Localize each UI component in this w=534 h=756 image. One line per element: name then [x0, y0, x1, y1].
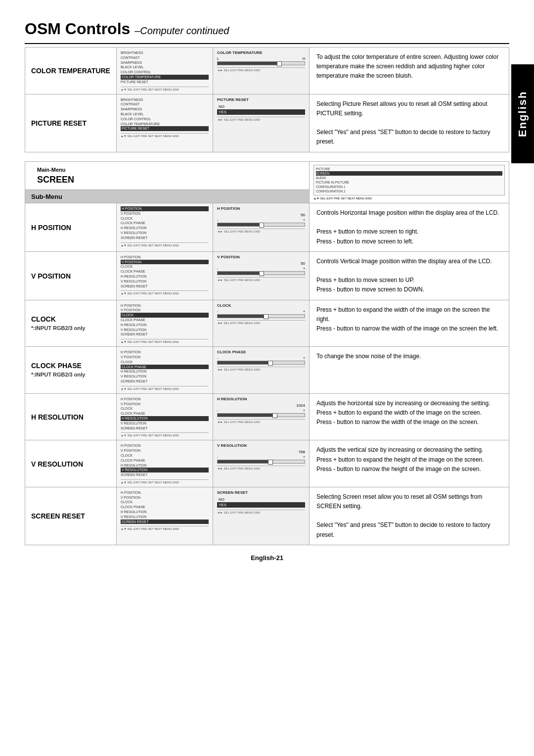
option-yes: YES [217, 109, 305, 115]
slider-minus: - [217, 267, 218, 270]
hp-menu-hpos-hl: H POSITION [121, 206, 209, 211]
menu-item-brightness: BRIGHTNESS [121, 50, 209, 55]
slider-plus: + [303, 310, 305, 313]
slider-minus: - [217, 218, 218, 222]
color-temp-slider-title: COLOR TEMPERATURE [217, 50, 305, 55]
hp-menu-vpos: V POSITION [121, 211, 209, 216]
screen-header-left: Main-Menu SCREEN [25, 161, 310, 190]
cl-menu-screen-reset: SCREEN RESET [121, 332, 209, 337]
clock-phase-desc: To change the snow noise of the image. [310, 347, 509, 394]
sr-menu-screen-reset-hl: SCREEN RESET [121, 520, 209, 524]
vp-menu-hpos: H POSITION [121, 255, 209, 260]
clock-slider-track [217, 314, 305, 318]
screen-main-header-row: Main-Menu SCREEN PICTURE SCREEN AUDIO PI… [25, 161, 509, 190]
clock-note: *:INPUT RGB2/3 only [31, 325, 85, 331]
color-temp-menu-cell: BRIGHTNESS CONTRAST SHARPNESS BLACK LEVE… [117, 47, 213, 94]
v-position-slider-fill [218, 272, 261, 275]
screen-reset-slider-cell: SCREEN RESET NO YES ◄► SEL EXIT PRE MENU… [213, 487, 310, 545]
hr-menu-hpos: H POSITION [121, 397, 209, 402]
clock-phase-label: CLOCK PHASE *:INPUT RGB2/3 only [25, 347, 117, 394]
cl-menu-vres: V RESOLUTION [121, 328, 209, 332]
pr-menu-black-level: BLACK LEVEL [121, 112, 209, 117]
vr-menu-clock: CLOCK [121, 453, 209, 458]
color-temp-menu-list: BRIGHTNESS CONTRAST SHARPNESS BLACK LEVE… [121, 50, 209, 85]
vp-menu-vres: V RESOLUTION [121, 279, 209, 284]
hp-menu-clock: CLOCK [121, 216, 209, 221]
pr-menu-sharpness: SHARPNESS [121, 107, 209, 112]
clock-label: CLOCK *:INPUT RGB2/3 only [25, 300, 117, 347]
hr-menu-vres: V RESOLUTION [121, 421, 209, 426]
picture-reset-nav: ▲▼ SEL EXIT PRE SET NEXT MENU END [121, 133, 209, 138]
clock-slider-thumb [264, 314, 268, 319]
slider-plus: + [303, 218, 305, 222]
screen-osm-menu: PICTURE SCREEN AUDIO PICTURE IN PICTURE … [313, 165, 505, 196]
picture-reset-no-yes: NO YES [217, 104, 305, 115]
clock-phase-slider-title: CLOCK PHASE [217, 350, 305, 354]
v-position-menu-cell: H POSITION V POSITION CLOCK CLOCK PHASE … [117, 251, 213, 300]
slider-plus: + [303, 356, 305, 360]
hp-menu-vres: V RESOLUTION [121, 231, 209, 236]
h-position-nav: ▲▼ SEL EXIT PRE SET NEXT MENU END [121, 242, 209, 247]
hr-menu-hres-hl: H RESOLUTION [121, 416, 209, 421]
h-resolution-slider-fill [218, 414, 274, 417]
clock-nav: ▲▼ SEL EXIT PRE SET NEXT MENU END [121, 339, 209, 343]
clock-phase-slider-nav: ◄► SEL EXIT PRE MENU END [217, 367, 305, 371]
option-no: NO [217, 104, 305, 109]
picture-reset-slider-nav: ◄► SEL EXIT PRE MENU END [217, 117, 305, 121]
sr-option-yes: YES [217, 502, 305, 508]
h-position-slider-thumb [259, 223, 264, 228]
vr-menu-vpos: V POSITION [121, 448, 209, 453]
color-temp-desc-text: To adjust the color temperature of entir… [316, 52, 502, 81]
picture-reset-menu-list: BRIGHTNESS CONTRAST SHARPNESS BLACK LEVE… [121, 97, 209, 132]
h-resolution-row: H RESOLUTION H POSITION V POSITION CLOCK… [25, 393, 509, 440]
color-temp-slider-lh: L H [217, 57, 305, 60]
v-position-menu-list: H POSITION V POSITION CLOCK CLOCK PHASE … [121, 255, 209, 289]
cp-menu-vres: V RESOLUTION [121, 374, 209, 379]
clock-menu-cell: H POSITION V POSITION CLOCK CLOCK PHASE … [117, 300, 213, 347]
h-position-slider-nav: ◄► SEL EXIT PRE MENU END [217, 229, 305, 233]
v-resolution-nav: ▲▼ SEL EXIT PRE SET NEXT MENU END [121, 479, 209, 484]
h-resolution-menu-cell: H POSITION V POSITION CLOCK CLOCK PHASE … [117, 393, 213, 440]
clock-menu-list: H POSITION V POSITION CLOCK CLOCK PHASE … [121, 303, 209, 337]
h-position-label: H POSITION [25, 203, 117, 252]
v-resolution-menu-list: H POSITION V POSITION CLOCK CLOCK PHASE … [121, 443, 209, 477]
cl-menu-hres: H RESOLUTION [121, 323, 209, 328]
vr-menu-vres-hl: V RESOLUTION [121, 468, 209, 472]
picture-reset-desc: Selecting Picture Reset allows you to re… [310, 94, 509, 152]
cl-menu-vpos: V POSITION [121, 308, 209, 313]
color-temp-nav: ▲▼ SEL EXIT PRE SET NEXT MENU END [121, 87, 209, 91]
v-resolution-desc-text: Adjusts the vertical size by increasing … [316, 445, 502, 474]
picture-reset-slider-title: PICTURE RESET [217, 97, 305, 102]
clock-phase-slider-lh: - + [217, 356, 305, 360]
cl-menu-hpos: H POSITION [121, 303, 209, 308]
h-position-slider-cell: H POSITION 50 - + ◄► SEL EXIT PRE MENU E… [213, 203, 310, 252]
clock-slider-fill [218, 315, 266, 318]
vr-menu-hpos: H POSITION [121, 443, 209, 448]
title-subtitle: –Computer continued [134, 25, 229, 36]
clock-phase-note: *:INPUT RGB2/3 only [31, 372, 85, 378]
hr-menu-clock-phase: CLOCK PHASE [121, 411, 209, 416]
picture-reset-row: PICTURE RESET BRIGHTNESS CONTRAST SHARPN… [25, 94, 509, 152]
h-resolution-slider-nav: ◄► SEL EXIT PRE MENU END [217, 419, 305, 424]
cp-menu-hres: H RESOLUTION [121, 369, 209, 374]
h-resolution-slider-lh: - + [217, 409, 305, 412]
slider-high: H [303, 57, 305, 60]
osm-screen-hl: SCREEN [316, 171, 502, 176]
h-resolution-nav: ▲▼ SEL EXIT PRE SET NEXT MENU END [121, 432, 209, 437]
picture-reset-label: PICTURE RESET [25, 94, 117, 152]
side-tab: English [511, 64, 534, 163]
hp-menu-screen-reset: SCREEN RESET [121, 236, 209, 240]
h-position-desc: Controls Horizontal Image position withi… [310, 203, 509, 252]
v-resolution-value: 768 [217, 450, 305, 454]
picture-reset-slider-cell: PICTURE RESET NO YES ◄► SEL EXIT PRE MEN… [213, 94, 310, 152]
v-resolution-desc: Adjusts the vertical size by increasing … [310, 440, 509, 487]
hp-menu-hres: H RESOLUTION [121, 226, 209, 231]
color-temp-row: COLOR TEMPERATURE BRIGHTNESS CONTRAST SH… [25, 47, 509, 94]
picture-reset-menu-cell: BRIGHTNESS CONTRAST SHARPNESS BLACK LEVE… [117, 94, 213, 152]
v-resolution-label: V RESOLUTION [25, 440, 117, 487]
screen-reset-slider-title: SCREEN RESET [217, 490, 305, 495]
color-temp-slider-thumb [277, 61, 282, 66]
color-temp-slider-fill [218, 62, 278, 65]
footer: English-21 [25, 554, 509, 562]
screen-reset-desc-text: Selecting Screen reset allow you to rese… [316, 492, 502, 540]
